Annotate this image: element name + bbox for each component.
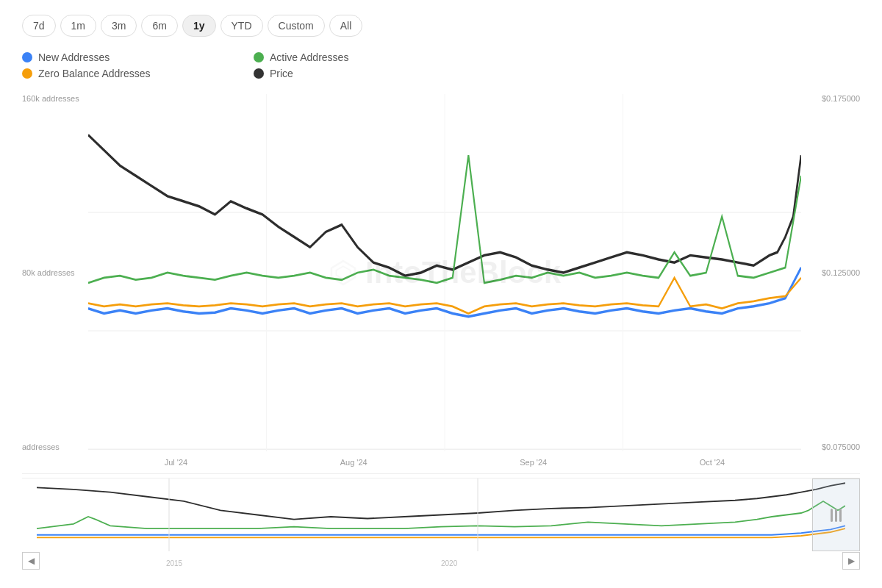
main-chart: 160k addresses 80k addresses addresses $…: [22, 94, 860, 474]
scroll-handle[interactable]: [812, 478, 860, 551]
legend-label-active-addresses: Active Addresses: [270, 51, 348, 63]
legend-dot-price: [254, 68, 264, 79]
mini-price-line: [37, 483, 845, 520]
legend-label-zero-balance: Zero Balance Addresses: [38, 68, 151, 79]
x-label-jul: Jul '24: [165, 458, 187, 467]
legend-dot-zero-balance: [22, 68, 32, 79]
y-right-top: $0.175000: [801, 94, 860, 103]
y-right-mid: $0.125000: [801, 268, 860, 277]
legend-item-active-addresses: Active Addresses: [254, 51, 463, 63]
legend-item-price: Price: [254, 68, 463, 79]
x-axis: Jul '24 Aug '24 Sep '24 Oct '24: [88, 451, 801, 473]
time-btn-1m[interactable]: 1m: [60, 15, 96, 37]
time-btn-custom[interactable]: Custom: [268, 15, 325, 37]
x-label-sep: Sep '24: [520, 458, 547, 467]
legend-dot-active-addresses: [254, 52, 264, 62]
legend-label-price: Price: [270, 68, 293, 79]
scroll-right-button[interactable]: ▶: [842, 552, 860, 570]
main-chart-canvas: IntoTheBlock: [88, 94, 801, 451]
main-container: 7d1m3m6m1yYTDCustomAll New AddressesActi…: [0, 0, 882, 588]
time-btn-6m[interactable]: 6m: [141, 15, 177, 37]
time-btn-all[interactable]: All: [329, 15, 363, 37]
mini-chart-canvas: [37, 478, 845, 551]
time-range-selector: 7d1m3m6m1yYTDCustomAll: [22, 15, 860, 37]
mini-zero-line: [37, 528, 845, 537]
mini-chart: 2015 2020 ◀ ▶: [22, 478, 860, 573]
scroll-left-button[interactable]: ◀: [22, 552, 40, 570]
y-left-mid: 80k addresses: [22, 268, 88, 277]
scroll-handle-bars: [831, 509, 842, 522]
y-axis-left: 160k addresses 80k addresses addresses: [22, 94, 88, 451]
chart-section: 160k addresses 80k addresses addresses $…: [22, 94, 860, 573]
legend-dot-new-addresses: [22, 52, 32, 62]
time-btn-7d[interactable]: 7d: [22, 15, 56, 37]
y-left-bot: addresses: [22, 442, 88, 451]
x-label-oct: Oct '24: [700, 458, 725, 467]
y-right-bot: $0.075000: [801, 442, 860, 451]
chart-legend: New AddressesActive AddressesZero Balanc…: [22, 51, 463, 79]
x-label-aug: Aug '24: [340, 458, 368, 467]
y-axis-right: $0.175000 $0.125000 $0.075000: [801, 94, 860, 451]
time-btn-1y[interactable]: 1y: [182, 15, 216, 37]
main-chart-svg: [88, 94, 801, 451]
legend-item-zero-balance: Zero Balance Addresses: [22, 68, 232, 79]
mini-chart-svg: [37, 478, 845, 551]
y-left-top: 160k addresses: [22, 94, 88, 103]
legend-label-new-addresses: New Addresses: [38, 51, 110, 63]
time-btn-3m[interactable]: 3m: [101, 15, 137, 37]
time-btn-ytd[interactable]: YTD: [220, 15, 263, 37]
legend-item-new-addresses: New Addresses: [22, 51, 232, 63]
